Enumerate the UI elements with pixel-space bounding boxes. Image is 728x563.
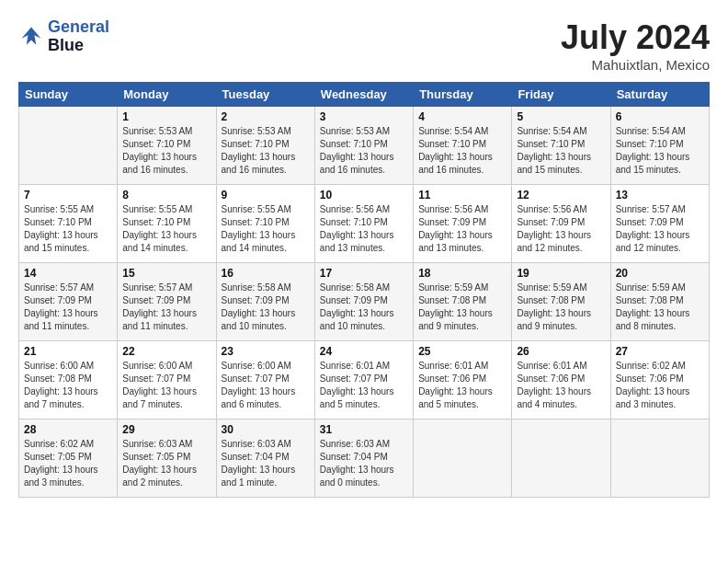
calendar-week-row: 28Sunrise: 6:02 AMSunset: 7:05 PMDayligh… <box>19 419 710 498</box>
weekday-header-cell: Thursday <box>414 83 512 107</box>
day-info: Sunrise: 6:03 AMSunset: 7:04 PMDaylight:… <box>222 438 310 489</box>
calendar-day-cell: 10Sunrise: 5:56 AMSunset: 7:10 PMDayligh… <box>314 185 413 263</box>
page-header: GeneralBlue July 2024 Mahuixtlan, Mexico <box>18 18 710 73</box>
weekday-header-cell: Sunday <box>19 83 118 107</box>
day-info: Sunrise: 6:01 AMSunset: 7:06 PMDaylight:… <box>517 360 605 411</box>
day-info: Sunrise: 6:03 AMSunset: 7:05 PMDaylight:… <box>122 438 210 489</box>
day-number: 2 <box>222 110 310 123</box>
calendar-day-cell <box>414 419 512 498</box>
calendar-day-cell: 2Sunrise: 5:53 AMSunset: 7:10 PMDaylight… <box>216 107 314 185</box>
logo: GeneralBlue <box>18 18 109 55</box>
day-info: Sunrise: 6:01 AMSunset: 7:07 PMDaylight:… <box>320 360 408 411</box>
weekday-header-row: SundayMondayTuesdayWednesdayThursdayFrid… <box>19 83 710 107</box>
calendar-day-cell: 13Sunrise: 5:57 AMSunset: 7:09 PMDayligh… <box>610 185 709 263</box>
day-number: 18 <box>418 267 506 280</box>
calendar-day-cell: 27Sunrise: 6:02 AMSunset: 7:06 PMDayligh… <box>610 341 709 419</box>
day-info: Sunrise: 5:53 AMSunset: 7:10 PMDaylight:… <box>222 125 310 177</box>
day-number: 19 <box>517 267 605 280</box>
day-number: 16 <box>222 267 310 280</box>
day-info: Sunrise: 5:54 AMSunset: 7:10 PMDaylight:… <box>616 125 704 177</box>
day-info: Sunrise: 6:03 AMSunset: 7:04 PMDaylight:… <box>320 438 408 489</box>
day-info: Sunrise: 5:56 AMSunset: 7:09 PMDaylight:… <box>418 203 506 255</box>
day-info: Sunrise: 5:56 AMSunset: 7:09 PMDaylight:… <box>517 203 605 255</box>
calendar-day-cell: 24Sunrise: 6:01 AMSunset: 7:07 PMDayligh… <box>314 341 413 419</box>
day-number: 20 <box>616 267 704 280</box>
day-info: Sunrise: 5:53 AMSunset: 7:10 PMDaylight:… <box>320 125 408 177</box>
calendar-week-row: 21Sunrise: 6:00 AMSunset: 7:08 PMDayligh… <box>19 341 710 419</box>
calendar-day-cell: 26Sunrise: 6:01 AMSunset: 7:06 PMDayligh… <box>512 341 610 419</box>
day-info: Sunrise: 5:56 AMSunset: 7:10 PMDaylight:… <box>320 203 408 255</box>
calendar-day-cell: 9Sunrise: 5:55 AMSunset: 7:10 PMDaylight… <box>216 185 314 263</box>
location-subtitle: Mahuixtlan, Mexico <box>561 57 710 73</box>
calendar-day-cell: 4Sunrise: 5:54 AMSunset: 7:10 PMDaylight… <box>414 107 512 185</box>
calendar-day-cell: 17Sunrise: 5:58 AMSunset: 7:09 PMDayligh… <box>314 263 413 341</box>
calendar-day-cell: 22Sunrise: 6:00 AMSunset: 7:07 PMDayligh… <box>118 341 216 419</box>
calendar-day-cell <box>610 419 709 498</box>
day-number: 21 <box>24 345 112 358</box>
day-number: 29 <box>122 423 210 436</box>
day-info: Sunrise: 5:55 AMSunset: 7:10 PMDaylight:… <box>222 203 310 255</box>
day-number: 14 <box>24 267 112 280</box>
calendar-day-cell: 3Sunrise: 5:53 AMSunset: 7:10 PMDaylight… <box>314 107 413 185</box>
month-year-title: July 2024 <box>561 18 710 57</box>
day-number: 22 <box>122 345 210 358</box>
day-info: Sunrise: 5:57 AMSunset: 7:09 PMDaylight:… <box>122 282 210 333</box>
day-info: Sunrise: 5:58 AMSunset: 7:09 PMDaylight:… <box>320 282 408 333</box>
day-number: 1 <box>122 110 210 123</box>
day-info: Sunrise: 6:02 AMSunset: 7:06 PMDaylight:… <box>616 360 704 411</box>
calendar-day-cell: 11Sunrise: 5:56 AMSunset: 7:09 PMDayligh… <box>414 185 512 263</box>
calendar-table: SundayMondayTuesdayWednesdayThursdayFrid… <box>18 82 710 498</box>
title-block: July 2024 Mahuixtlan, Mexico <box>561 18 710 73</box>
day-info: Sunrise: 5:55 AMSunset: 7:10 PMDaylight:… <box>24 203 112 255</box>
day-number: 31 <box>320 423 408 436</box>
day-info: Sunrise: 5:58 AMSunset: 7:09 PMDaylight:… <box>222 282 310 333</box>
weekday-header-cell: Monday <box>118 83 216 107</box>
day-number: 12 <box>517 189 605 201</box>
day-number: 17 <box>320 267 408 280</box>
day-info: Sunrise: 5:59 AMSunset: 7:08 PMDaylight:… <box>616 282 704 333</box>
calendar-day-cell <box>19 107 118 185</box>
day-number: 27 <box>616 345 704 358</box>
calendar-day-cell <box>512 419 610 498</box>
calendar-day-cell: 12Sunrise: 5:56 AMSunset: 7:09 PMDayligh… <box>512 185 610 263</box>
day-number: 23 <box>222 345 310 358</box>
day-info: Sunrise: 5:57 AMSunset: 7:09 PMDaylight:… <box>616 203 704 255</box>
day-number: 5 <box>517 110 605 123</box>
calendar-day-cell: 5Sunrise: 5:54 AMSunset: 7:10 PMDaylight… <box>512 107 610 185</box>
calendar-week-row: 7Sunrise: 5:55 AMSunset: 7:10 PMDaylight… <box>19 185 710 263</box>
day-number: 7 <box>24 189 112 201</box>
day-info: Sunrise: 5:59 AMSunset: 7:08 PMDaylight:… <box>418 282 506 333</box>
weekday-header-cell: Saturday <box>610 83 709 107</box>
weekday-header-cell: Friday <box>512 83 610 107</box>
day-info: Sunrise: 5:53 AMSunset: 7:10 PMDaylight:… <box>122 125 210 177</box>
day-number: 6 <box>616 110 704 123</box>
calendar-day-cell: 23Sunrise: 6:00 AMSunset: 7:07 PMDayligh… <box>216 341 314 419</box>
calendar-day-cell: 16Sunrise: 5:58 AMSunset: 7:09 PMDayligh… <box>216 263 314 341</box>
calendar-day-cell: 28Sunrise: 6:02 AMSunset: 7:05 PMDayligh… <box>19 419 118 498</box>
day-number: 30 <box>222 423 310 436</box>
day-number: 24 <box>320 345 408 358</box>
calendar-day-cell: 30Sunrise: 6:03 AMSunset: 7:04 PMDayligh… <box>216 419 314 498</box>
day-number: 15 <box>122 267 210 280</box>
calendar-day-cell: 19Sunrise: 5:59 AMSunset: 7:08 PMDayligh… <box>512 263 610 341</box>
calendar-day-cell: 18Sunrise: 5:59 AMSunset: 7:08 PMDayligh… <box>414 263 512 341</box>
calendar-body: 1Sunrise: 5:53 AMSunset: 7:10 PMDaylight… <box>19 107 710 498</box>
logo-icon <box>18 24 44 50</box>
svg-marker-0 <box>22 27 41 44</box>
calendar-day-cell: 15Sunrise: 5:57 AMSunset: 7:09 PMDayligh… <box>118 263 216 341</box>
calendar-day-cell: 29Sunrise: 6:03 AMSunset: 7:05 PMDayligh… <box>118 419 216 498</box>
day-number: 28 <box>24 423 112 436</box>
day-number: 26 <box>517 345 605 358</box>
day-info: Sunrise: 5:54 AMSunset: 7:10 PMDaylight:… <box>517 125 605 177</box>
calendar-day-cell: 7Sunrise: 5:55 AMSunset: 7:10 PMDaylight… <box>19 185 118 263</box>
day-info: Sunrise: 6:00 AMSunset: 7:07 PMDaylight:… <box>122 360 210 411</box>
day-info: Sunrise: 6:02 AMSunset: 7:05 PMDaylight:… <box>24 438 112 489</box>
logo-text: GeneralBlue <box>48 18 109 55</box>
day-info: Sunrise: 5:57 AMSunset: 7:09 PMDaylight:… <box>24 282 112 333</box>
day-number: 25 <box>418 345 506 358</box>
calendar-day-cell: 1Sunrise: 5:53 AMSunset: 7:10 PMDaylight… <box>118 107 216 185</box>
day-info: Sunrise: 6:00 AMSunset: 7:07 PMDaylight:… <box>222 360 310 411</box>
weekday-header-cell: Tuesday <box>216 83 314 107</box>
calendar-day-cell: 21Sunrise: 6:00 AMSunset: 7:08 PMDayligh… <box>19 341 118 419</box>
day-info: Sunrise: 5:54 AMSunset: 7:10 PMDaylight:… <box>418 125 506 177</box>
